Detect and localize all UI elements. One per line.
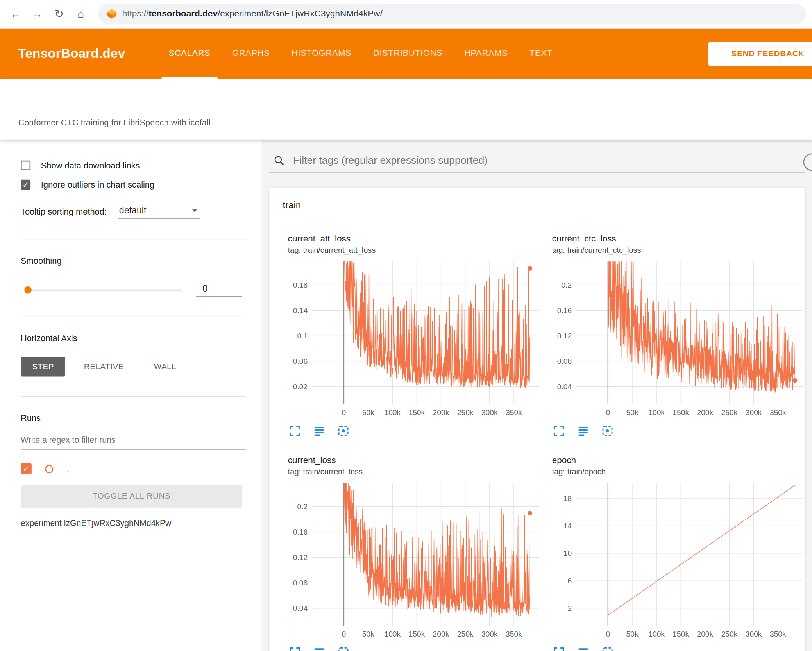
tab-distributions[interactable]: DISTRIBUTIONS xyxy=(366,29,450,79)
runs-filter-input[interactable] xyxy=(21,436,246,445)
svg-text:250k: 250k xyxy=(457,630,474,638)
tab-hparams[interactable]: HPARAMS xyxy=(457,29,515,79)
tab-text[interactable]: TEXT xyxy=(522,29,560,79)
fit-domain-icon[interactable] xyxy=(601,424,614,437)
experiment-id-line: experiment lzGnETjwRxC3yghNMd4kPw xyxy=(21,519,246,528)
chart-tag: tag: train/current_ctc_loss xyxy=(547,245,806,254)
svg-text:0: 0 xyxy=(342,630,346,638)
svg-text:6: 6 xyxy=(567,577,572,585)
chart-toolbar xyxy=(547,424,806,437)
chart-toolbar xyxy=(283,646,542,651)
tooltip-sorting-label: Tooltip sorting method: xyxy=(21,207,107,219)
svg-text:0.04: 0.04 xyxy=(293,604,308,612)
run-checkbox-checked-icon[interactable]: ✓ xyxy=(21,463,32,474)
forward-icon[interactable]: → xyxy=(28,5,47,23)
smoothing-label: Smoothing xyxy=(21,256,246,266)
divider xyxy=(21,396,246,397)
runs-label: Runs xyxy=(21,413,246,423)
browser-chrome: ← → ↻ ⌂ https://tensorboard.dev/experime… xyxy=(0,0,812,29)
show-download-links-checkbox-row[interactable]: Show data download links xyxy=(21,161,246,170)
content: Show data download links ✓ Ignore outlie… xyxy=(0,140,812,651)
address-bar[interactable]: https://tensorboard.dev/experiment/lzGnE… xyxy=(98,4,806,24)
axis-option-wall[interactable]: WALL xyxy=(143,357,188,376)
checkbox-label: Ignore outliers in chart scaling xyxy=(41,180,155,190)
dropdown-value: default xyxy=(119,205,147,216)
smoothing-value-field[interactable]: 0 xyxy=(196,283,242,297)
svg-text:200k: 200k xyxy=(433,408,449,417)
chevron-down-icon xyxy=(191,209,198,212)
axis-option-relative[interactable]: RELATIVE xyxy=(73,357,135,376)
run-lines-icon[interactable] xyxy=(576,646,590,651)
svg-text:14: 14 xyxy=(563,522,572,530)
send-feedback-button[interactable]: SEND FEEDBACK xyxy=(708,42,812,66)
svg-text:100k: 100k xyxy=(648,408,665,417)
tab-histograms[interactable]: HISTOGRAMS xyxy=(284,29,359,79)
svg-text:200k: 200k xyxy=(433,630,449,638)
url-text: https://tensorboard.dev/experiment/lzGnE… xyxy=(122,9,383,20)
section-header-train[interactable]: train xyxy=(269,188,805,219)
slider-thumb[interactable] xyxy=(24,286,32,294)
home-icon[interactable]: ⌂ xyxy=(72,5,90,23)
scalar-chart[interactable]: 0.020.060.10.140.18050k100k150k200k250k3… xyxy=(283,258,542,420)
chart-card: current_loss tag: train/current_loss 0.0… xyxy=(283,455,542,651)
run-lines-icon[interactable] xyxy=(312,646,326,651)
svg-text:0.08: 0.08 xyxy=(293,579,308,587)
svg-text:250k: 250k xyxy=(721,408,738,417)
tag-filter-input[interactable] xyxy=(293,154,803,166)
fit-domain-icon[interactable] xyxy=(336,424,350,437)
run-row[interactable]: ✓ . xyxy=(21,463,246,474)
ignore-outliers-checkbox-row[interactable]: ✓ Ignore outliers in chart scaling xyxy=(21,180,246,190)
expand-chart-icon[interactable] xyxy=(552,424,565,437)
run-lines-icon[interactable] xyxy=(576,424,590,437)
checkbox-unchecked-icon[interactable] xyxy=(21,161,30,170)
scalar-chart[interactable]: 0.040.080.120.160.2050k100k150k200k250k3… xyxy=(283,480,542,642)
tab-graphs[interactable]: GRAPHS xyxy=(225,29,277,79)
check-icon: ✓ xyxy=(22,180,29,190)
svg-text:50k: 50k xyxy=(362,630,374,638)
back-icon[interactable]: ← xyxy=(6,5,25,23)
expand-chart-icon[interactable] xyxy=(552,646,565,651)
expand-chart-icon[interactable] xyxy=(288,646,301,651)
svg-text:200k: 200k xyxy=(697,630,714,638)
svg-text:300k: 300k xyxy=(481,630,498,638)
svg-text:2: 2 xyxy=(567,604,572,612)
chart-toolbar xyxy=(547,646,806,651)
reload-icon[interactable]: ↻ xyxy=(50,5,68,23)
toggle-all-runs-button[interactable]: TOGGLE ALL RUNS xyxy=(21,485,242,507)
fit-domain-icon[interactable] xyxy=(336,646,350,651)
smoothing-slider-row: 0 xyxy=(21,283,246,297)
main-panel: train current_att_loss tag: train/curren… xyxy=(261,140,812,651)
divider xyxy=(21,239,246,239)
scalar-chart[interactable]: 0.040.080.120.160.2050k100k150k200k250k3… xyxy=(547,258,806,420)
check-icon: ✓ xyxy=(23,464,30,474)
brand-title: TensorBoard.dev xyxy=(18,46,125,61)
svg-text:50k: 50k xyxy=(362,408,374,417)
svg-text:150k: 150k xyxy=(672,408,689,417)
axis-options: STEPRELATIVEWALL xyxy=(21,357,246,376)
scalar-chart[interactable]: 26101418050k100k150k200k250k300k350k xyxy=(547,480,806,642)
svg-text:0.12: 0.12 xyxy=(293,553,308,562)
svg-text:50k: 50k xyxy=(626,630,639,638)
chart-tag: tag: train/current_att_loss xyxy=(283,245,542,254)
divider xyxy=(21,317,246,317)
axis-option-step[interactable]: STEP xyxy=(21,357,65,376)
tooltip-sorting-dropdown[interactable]: default xyxy=(118,205,200,219)
checkbox-label: Show data download links xyxy=(41,161,140,170)
svg-text:0.16: 0.16 xyxy=(557,306,572,315)
checkbox-checked-icon[interactable]: ✓ xyxy=(21,180,30,190)
svg-text:0.08: 0.08 xyxy=(557,357,572,365)
svg-text:350k: 350k xyxy=(506,630,522,638)
chart-tag: tag: train/current_loss xyxy=(283,467,542,476)
svg-text:150k: 150k xyxy=(408,408,425,417)
svg-text:50k: 50k xyxy=(626,408,639,417)
svg-text:0.04: 0.04 xyxy=(557,383,572,391)
smoothing-slider[interactable] xyxy=(28,290,181,291)
fit-domain-icon[interactable] xyxy=(601,646,614,651)
svg-text:250k: 250k xyxy=(457,408,474,417)
page-root: ← → ↻ ⌂ https://tensorboard.dev/experime… xyxy=(0,0,812,651)
expand-chart-icon[interactable] xyxy=(288,424,301,437)
tab-scalars[interactable]: SCALARS xyxy=(161,29,218,79)
svg-text:300k: 300k xyxy=(746,630,762,638)
svg-text:0.06: 0.06 xyxy=(293,357,308,365)
run-lines-icon[interactable] xyxy=(312,424,326,437)
